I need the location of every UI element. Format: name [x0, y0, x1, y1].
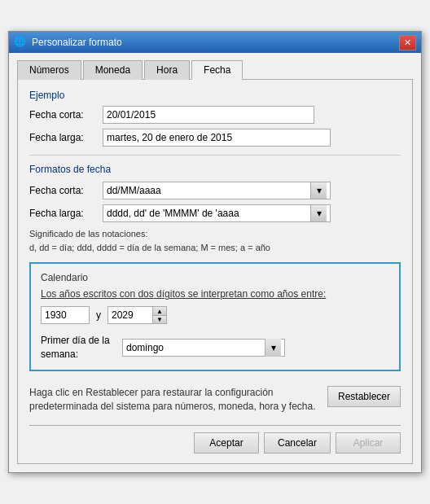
tab-numeros-label: Números	[29, 64, 69, 76]
formatos-label: Formatos de fecha	[29, 164, 401, 175]
notation-text: Significado de las notaciones: d, dd = d…	[29, 227, 401, 254]
window-content: Números Moneda Hora Fecha Ejemplo Fecha …	[9, 53, 421, 471]
footer-buttons: Aceptar Cancelar Aplicar	[29, 427, 401, 455]
ejemplo-label: Ejemplo	[29, 90, 401, 101]
title-bar-left: 🌐 Personalizar formato	[14, 36, 122, 49]
formato-larga-arrow[interactable]: ▾	[310, 205, 327, 221]
week-label: Primer día de lasemana:	[41, 334, 122, 362]
year-and: y	[96, 309, 101, 321]
restore-text: Haga clic en Restablecer para restaurar …	[29, 386, 319, 414]
calendario-title: Calendario	[41, 272, 389, 283]
tab-moneda[interactable]: Moneda	[83, 60, 143, 80]
formato-corta-combo[interactable]: dd/MM/aaaa ▾	[103, 182, 331, 199]
formato-corta-row: Fecha corta: dd/MM/aaaa ▾	[29, 182, 401, 199]
week-combo[interactable]: domingo ▾	[122, 339, 285, 357]
spin-up-button[interactable]: ▲	[152, 306, 167, 315]
fecha-larga-input[interactable]	[103, 129, 331, 147]
main-window: 🌐 Personalizar formato ✕ Números Moneda …	[8, 31, 422, 472]
main-panel: Ejemplo Fecha corta: Fecha larga: Format…	[17, 80, 413, 463]
spin-buttons: ▲ ▼	[152, 306, 167, 324]
calendario-desc: Los años escritos con dos dígitos se int…	[41, 288, 389, 300]
restore-button[interactable]: Restablecer	[327, 386, 401, 407]
fecha-corta-input[interactable]	[103, 106, 314, 124]
formato-corta-label: Fecha corta:	[29, 185, 103, 196]
title-buttons: ✕	[399, 35, 416, 50]
notation-line1: Significado de las notaciones:	[29, 227, 401, 241]
tab-hora-label: Hora	[156, 64, 178, 76]
spin-down-button[interactable]: ▼	[152, 315, 167, 324]
formato-larga-combo[interactable]: dddd, dd' de 'MMMM' de 'aaaa ▾	[103, 204, 331, 222]
cal-desc-pre: Los años escritos con	[41, 288, 138, 300]
aplicar-button[interactable]: Aplicar	[336, 432, 401, 454]
tab-fecha[interactable]: Fecha	[191, 60, 243, 80]
tab-bar: Números Moneda Hora Fecha	[17, 59, 413, 80]
formato-larga-label: Fecha larga:	[29, 208, 103, 219]
week-value: domingo	[126, 342, 164, 353]
fecha-larga-label: Fecha larga:	[29, 132, 103, 143]
tab-hora[interactable]: Hora	[144, 60, 190, 80]
formato-corta-value: dd/MM/aaaa	[107, 185, 161, 196]
notation-line2: d, dd = día; ddd, dddd = día de la seman…	[29, 241, 401, 255]
separator	[29, 425, 401, 426]
fecha-larga-row: Fecha larga:	[29, 129, 401, 147]
year-to-input[interactable]	[108, 306, 152, 324]
fecha-corta-row: Fecha corta:	[29, 106, 401, 124]
close-button[interactable]: ✕	[399, 35, 416, 50]
cal-desc-post: dígitos se interpretan como años entre:	[154, 288, 326, 300]
year-to-spinner: ▲ ▼	[108, 306, 167, 324]
tab-moneda-label: Moneda	[95, 64, 130, 76]
window-icon: 🌐	[14, 36, 27, 49]
cal-desc-underline: dos	[138, 288, 153, 300]
aceptar-button[interactable]: Aceptar	[194, 432, 259, 454]
tab-numeros[interactable]: Números	[17, 60, 81, 80]
formato-larga-value: dddd, dd' de 'MMMM' de 'aaaa	[107, 208, 239, 219]
calendario-box: Calendario Los años escritos con dos díg…	[29, 262, 401, 371]
formato-larga-row: Fecha larga: dddd, dd' de 'MMMM' de 'aaa…	[29, 204, 401, 222]
window-title: Personalizar formato	[32, 37, 122, 48]
formato-corta-arrow[interactable]: ▾	[310, 182, 327, 199]
title-bar: 🌐 Personalizar formato ✕	[9, 32, 421, 53]
cancelar-button[interactable]: Cancelar	[264, 432, 331, 454]
week-label-text: Primer día de lasemana:	[41, 335, 110, 360]
tab-fecha-label: Fecha	[204, 64, 230, 76]
bottom-row: Haga clic en Restablecer para restaurar …	[29, 379, 401, 423]
cal-week-row: Primer día de lasemana: domingo ▾	[41, 334, 389, 362]
divider-1	[29, 155, 401, 156]
cal-year-row: y ▲ ▼	[41, 306, 389, 324]
fecha-corta-label: Fecha corta:	[29, 109, 103, 121]
year-from-input[interactable]	[41, 306, 90, 324]
week-combo-arrow[interactable]: ▾	[265, 339, 281, 357]
